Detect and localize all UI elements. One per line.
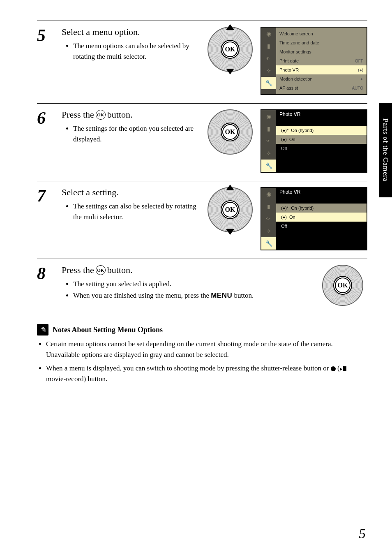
- menu-item: Motion detection: [279, 76, 313, 81]
- menu-item: Print date: [279, 58, 299, 63]
- pencil-icon: ✎: [37, 324, 48, 336]
- movie-icon: ▮: [261, 200, 276, 213]
- step-number: 5: [37, 27, 53, 95]
- screen-tabs: ◉ ▮ ᯤ ✧ 🔧: [261, 110, 276, 172]
- setup-icon: 🔧: [261, 237, 276, 250]
- screen-title: Photo VR: [276, 110, 367, 118]
- movie-icon: ▮: [261, 123, 276, 135]
- menu-item: AF assist: [279, 86, 298, 90]
- step-title: Select a setting.: [62, 187, 200, 198]
- step-number: 7: [37, 187, 53, 250]
- step-title: Press the OK button.: [62, 265, 312, 275]
- arrow-down-icon: [226, 229, 234, 235]
- ok-button-icon: OK: [221, 40, 240, 59]
- wifi-icon: ᯤ: [261, 52, 276, 65]
- option: On (hybrid): [291, 206, 314, 211]
- multi-selector-icon: OK: [322, 265, 363, 306]
- multi-selector-icon: OK: [208, 27, 253, 72]
- arrow-up-icon: [226, 185, 234, 190]
- option: Off: [281, 146, 287, 151]
- side-tab-label: Parts of the Camera: [381, 118, 390, 182]
- option: On: [289, 137, 295, 142]
- record-dot-icon: [331, 366, 336, 371]
- step-title: Press the OK button.: [62, 109, 200, 120]
- setup-icon: 🔧: [261, 77, 276, 89]
- setup-icon: 🔧: [261, 160, 276, 172]
- ok-button-icon: OK: [96, 110, 106, 120]
- multi-selector-icon: OK: [208, 109, 253, 155]
- movie-record-icon: [340, 366, 346, 371]
- step-5: 5 Select a menu option. The menu options…: [37, 21, 367, 103]
- camera-icon: ◉: [261, 188, 276, 200]
- screen-tabs: ◉ ▮ ᯤ ✧ 🔧: [261, 28, 276, 94]
- note-item: When a menu is displayed, you can switch…: [46, 363, 367, 385]
- option: On: [289, 215, 295, 220]
- step-bullet: The settings can also be selected by rot…: [73, 201, 200, 223]
- arrow-down-icon: [226, 69, 234, 74]
- step-6: 6 Press the OK button. The settings for …: [37, 103, 367, 181]
- note-item: Certain menu options cannot be set depen…: [46, 339, 367, 361]
- wifi-icon: ᯤ: [261, 213, 276, 225]
- camera-icon: ◉: [261, 28, 276, 40]
- menu-button-label: MENU: [211, 292, 232, 299]
- ok-button-icon: OK: [96, 265, 106, 275]
- menu-item: Monitor settings: [279, 49, 311, 54]
- screen-tabs: ◉ ▮ ᯤ ✧ 🔧: [261, 188, 276, 250]
- camera-icon: ◉: [261, 110, 276, 123]
- step-7: 7 Select a setting. The settings can als…: [37, 181, 367, 259]
- location-icon: ✧: [261, 225, 276, 237]
- camera-screen: ◉ ▮ ᯤ ✧ 🔧 Photo VR (●)*On (hybrid) (●)On…: [261, 187, 367, 250]
- location-icon: ✧: [261, 147, 276, 160]
- menu-item: Time zone and date: [279, 40, 319, 45]
- ok-button-icon: OK: [333, 276, 352, 295]
- location-icon: ✧: [261, 65, 276, 77]
- side-tab: Parts of the Camera: [379, 103, 392, 197]
- screen-title: Photo VR: [276, 188, 367, 196]
- menu-item: Welcome screen: [279, 31, 313, 36]
- page-number: 5: [359, 526, 366, 541]
- step-number: 8: [37, 265, 53, 306]
- option: Off: [281, 224, 287, 229]
- step-8: 8 Press the OK button. The setting you s…: [37, 259, 367, 314]
- ok-button-icon: OK: [221, 200, 240, 219]
- camera-screen: ◉ ▮ ᯤ ✧ 🔧 Welcome screen Time zone and d…: [261, 27, 367, 95]
- arrow-up-icon: [226, 24, 234, 30]
- wifi-icon: ᯤ: [261, 135, 276, 147]
- step-bullet: When you are finished using the menu, pr…: [73, 290, 312, 301]
- notes-title: Notes About Setting Menu Options: [53, 326, 163, 334]
- option: On (hybrid): [291, 128, 314, 133]
- step-bullet: The setting you selected is applied.: [73, 279, 312, 289]
- ok-button-icon: OK: [221, 123, 240, 141]
- step-number: 6: [37, 109, 53, 173]
- step-bullet: The menu options can also be selected by…: [73, 41, 200, 62]
- step-title: Select a menu option.: [62, 27, 200, 37]
- movie-icon: ▮: [261, 40, 276, 52]
- multi-selector-icon: OK: [208, 187, 253, 232]
- camera-screen: ◉ ▮ ᯤ ✧ 🔧 Photo VR (●)*On (hybrid) (●)On…: [261, 109, 367, 173]
- notes-section: ✎ Notes About Setting Menu Options Certa…: [37, 324, 367, 384]
- menu-item: Photo VR: [279, 67, 299, 72]
- step-bullet: The settings for the option you selected…: [73, 123, 200, 145]
